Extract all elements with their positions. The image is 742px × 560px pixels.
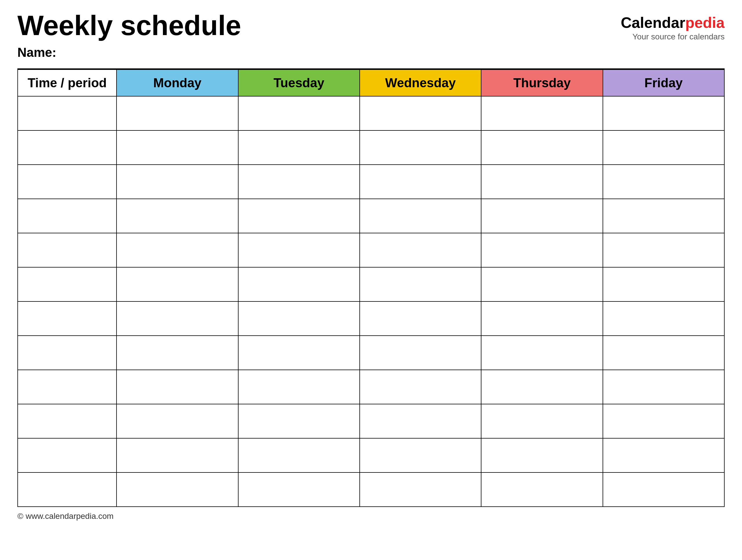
schedule-cell[interactable]	[481, 404, 602, 438]
schedule-cell[interactable]	[238, 199, 360, 233]
schedule-cell[interactable]	[116, 336, 238, 370]
schedule-cell[interactable]	[238, 301, 360, 336]
schedule-cell[interactable]	[360, 472, 481, 507]
schedule-cell[interactable]	[481, 301, 602, 336]
footer: © www.calendarpedia.com	[17, 512, 725, 521]
table-row	[18, 165, 724, 199]
logo-area: Calendarpedia Your source for calendars	[621, 14, 725, 42]
schedule-cell[interactable]	[360, 96, 481, 131]
table-row	[18, 472, 724, 507]
schedule-cell[interactable]	[116, 438, 238, 472]
schedule-table: Time / period Monday Tuesday Wednesday T…	[17, 69, 725, 507]
schedule-cell[interactable]	[238, 233, 360, 267]
time-cell[interactable]	[18, 438, 116, 472]
table-row	[18, 233, 724, 267]
time-cell[interactable]	[18, 404, 116, 438]
page-title: Weekly schedule	[17, 12, 241, 39]
schedule-cell[interactable]	[481, 370, 602, 404]
table-row	[18, 301, 724, 336]
schedule-cell[interactable]	[360, 233, 481, 267]
logo-subtitle: Your source for calendars	[632, 32, 725, 42]
time-cell[interactable]	[18, 267, 116, 301]
col-header-time: Time / period	[18, 69, 116, 96]
time-cell[interactable]	[18, 96, 116, 131]
schedule-cell[interactable]	[360, 165, 481, 199]
title-area: Weekly schedule Name:	[17, 12, 241, 60]
schedule-cell[interactable]	[238, 472, 360, 507]
schedule-cell[interactable]	[116, 233, 238, 267]
schedule-cell[interactable]	[481, 165, 602, 199]
schedule-cell[interactable]	[481, 336, 602, 370]
col-header-tuesday: Tuesday	[238, 69, 360, 96]
col-header-monday: Monday	[116, 69, 238, 96]
schedule-cell[interactable]	[603, 233, 724, 267]
schedule-cell[interactable]	[603, 165, 724, 199]
logo-calendar-part: Calendar	[621, 14, 686, 31]
schedule-cell[interactable]	[481, 199, 602, 233]
col-header-wednesday: Wednesday	[360, 69, 481, 96]
schedule-cell[interactable]	[481, 438, 602, 472]
schedule-cell[interactable]	[360, 131, 481, 165]
schedule-cell[interactable]	[360, 370, 481, 404]
table-header-row: Time / period Monday Tuesday Wednesday T…	[18, 69, 724, 96]
schedule-cell[interactable]	[481, 96, 602, 131]
time-cell[interactable]	[18, 233, 116, 267]
schedule-cell[interactable]	[116, 131, 238, 165]
schedule-cell[interactable]	[603, 131, 724, 165]
schedule-cell[interactable]	[603, 370, 724, 404]
schedule-cell[interactable]	[481, 233, 602, 267]
time-cell[interactable]	[18, 301, 116, 336]
schedule-cell[interactable]	[360, 336, 481, 370]
table-row	[18, 336, 724, 370]
schedule-cell[interactable]	[360, 267, 481, 301]
schedule-cell[interactable]	[116, 96, 238, 131]
schedule-cell[interactable]	[238, 96, 360, 131]
schedule-cell[interactable]	[481, 131, 602, 165]
time-cell[interactable]	[18, 165, 116, 199]
table-row	[18, 267, 724, 301]
footer-url: © www.calendarpedia.com	[17, 512, 114, 521]
time-cell[interactable]	[18, 472, 116, 507]
schedule-cell[interactable]	[360, 438, 481, 472]
schedule-cell[interactable]	[603, 438, 724, 472]
schedule-cell[interactable]	[603, 301, 724, 336]
table-row	[18, 96, 724, 131]
schedule-cell[interactable]	[603, 336, 724, 370]
schedule-cell[interactable]	[238, 404, 360, 438]
table-row	[18, 370, 724, 404]
schedule-cell[interactable]	[481, 472, 602, 507]
header: Weekly schedule Name: Calendarpedia Your…	[17, 12, 725, 60]
time-cell[interactable]	[18, 131, 116, 165]
schedule-cell[interactable]	[360, 199, 481, 233]
table-row	[18, 131, 724, 165]
name-label: Name:	[17, 45, 241, 60]
time-cell[interactable]	[18, 370, 116, 404]
schedule-cell[interactable]	[116, 370, 238, 404]
time-cell[interactable]	[18, 199, 116, 233]
schedule-cell[interactable]	[603, 404, 724, 438]
schedule-cell[interactable]	[238, 438, 360, 472]
schedule-cell[interactable]	[116, 404, 238, 438]
schedule-cell[interactable]	[116, 199, 238, 233]
schedule-cell[interactable]	[116, 165, 238, 199]
schedule-cell[interactable]	[238, 131, 360, 165]
schedule-cell[interactable]	[116, 267, 238, 301]
schedule-cell[interactable]	[238, 267, 360, 301]
schedule-cell[interactable]	[238, 370, 360, 404]
logo-pedia-part: pedia	[685, 14, 725, 31]
schedule-cell[interactable]	[603, 267, 724, 301]
schedule-cell[interactable]	[603, 472, 724, 507]
logo-text: Calendarpedia	[621, 14, 725, 31]
schedule-cell[interactable]	[116, 301, 238, 336]
time-cell[interactable]	[18, 336, 116, 370]
schedule-cell[interactable]	[360, 404, 481, 438]
schedule-cell[interactable]	[481, 267, 602, 301]
table-row	[18, 199, 724, 233]
schedule-cell[interactable]	[238, 165, 360, 199]
schedule-cell[interactable]	[116, 472, 238, 507]
schedule-cell[interactable]	[603, 96, 724, 131]
schedule-cell[interactable]	[360, 301, 481, 336]
schedule-cell[interactable]	[603, 199, 724, 233]
schedule-cell[interactable]	[238, 336, 360, 370]
schedule-body	[18, 96, 724, 507]
